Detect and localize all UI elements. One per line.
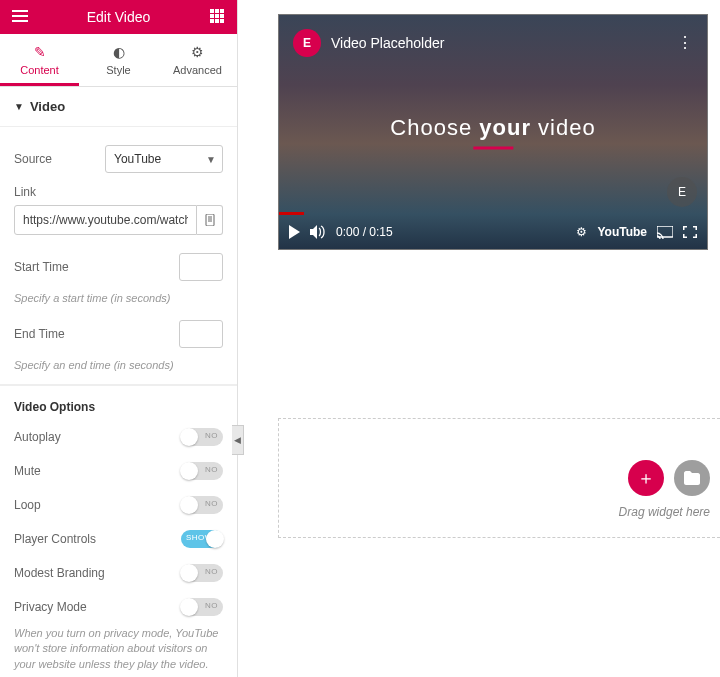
gear-icon: ⚙ <box>158 44 237 60</box>
player-controls-toggle[interactable]: SHOW <box>181 530 223 548</box>
end-time-label: End Time <box>14 327 65 341</box>
contrast-icon: ◐ <box>79 44 158 60</box>
panel-title: Edit Video <box>87 9 151 25</box>
privacy-mode-label: Privacy Mode <box>14 600 87 614</box>
loop-toggle[interactable]: NO <box>181 496 223 514</box>
cast-icon[interactable] <box>657 226 673 239</box>
tab-advanced[interactable]: ⚙ Advanced <box>158 34 237 86</box>
dropzone[interactable]: ＋ Drag widget here <box>278 418 720 538</box>
section-video-header[interactable]: ▼ Video <box>0 87 237 127</box>
svg-rect-13 <box>657 226 673 237</box>
elementor-badge-icon: E <box>293 29 321 57</box>
privacy-mode-help: When you turn on privacy mode, YouTube w… <box>14 626 223 672</box>
svg-rect-7 <box>215 19 219 23</box>
more-icon[interactable]: ⋮ <box>677 33 693 52</box>
settings-icon[interactable]: ⚙ <box>576 225 587 239</box>
start-time-input[interactable] <box>179 253 223 281</box>
video-caption: Choose your video <box>390 115 595 150</box>
svg-rect-4 <box>215 14 219 18</box>
tabs: ✎ Content ◐ Style ⚙ Advanced <box>0 34 237 87</box>
mute-toggle[interactable]: NO <box>181 462 223 480</box>
caret-down-icon: ▼ <box>14 101 24 112</box>
source-label: Source <box>14 152 52 166</box>
widgets-icon[interactable] <box>207 9 227 26</box>
svg-rect-1 <box>215 9 219 13</box>
add-template-button[interactable] <box>674 460 710 496</box>
player-controls-label: Player Controls <box>14 532 96 546</box>
modest-branding-label: Modest Branding <box>14 566 105 580</box>
collapse-panel-button[interactable]: ◀ <box>232 425 244 455</box>
drag-hint: Drag widget here <box>619 505 710 519</box>
pencil-icon: ✎ <box>0 44 79 60</box>
start-time-help: Specify a start time (in seconds) <box>14 291 223 306</box>
video-title: Video Placeholder <box>331 35 444 51</box>
svg-rect-6 <box>210 19 214 23</box>
panel-header: Edit Video <box>0 0 237 34</box>
link-input[interactable] <box>14 205 197 235</box>
add-section-button[interactable]: ＋ <box>628 460 664 496</box>
svg-rect-8 <box>220 19 224 23</box>
svg-rect-0 <box>210 9 214 13</box>
video-options-header: Video Options <box>14 400 223 414</box>
svg-rect-2 <box>220 9 224 13</box>
autoplay-label: Autoplay <box>14 430 61 444</box>
svg-rect-5 <box>220 14 224 18</box>
end-time-help: Specify an end time (in seconds) <box>14 358 223 373</box>
volume-icon[interactable] <box>310 225 326 239</box>
dynamic-tags-button[interactable] <box>197 205 223 235</box>
loop-label: Loop <box>14 498 41 512</box>
privacy-mode-toggle[interactable]: NO <box>181 598 223 616</box>
video-preview[interactable]: E Video Placeholder ⋮ Choose your video … <box>278 14 708 250</box>
svg-rect-3 <box>210 14 214 18</box>
link-label: Link <box>14 185 223 199</box>
preview-canvas: E Video Placeholder ⋮ Choose your video … <box>238 0 720 677</box>
svg-rect-9 <box>206 214 214 226</box>
start-time-label: Start Time <box>14 260 69 274</box>
menu-icon[interactable] <box>10 10 30 25</box>
fullscreen-icon[interactable] <box>683 226 697 238</box>
mute-label: Mute <box>14 464 41 478</box>
source-select[interactable]: YouTube ▼ <box>105 145 223 173</box>
time-display: 0:00 / 0:15 <box>336 225 393 239</box>
tab-content[interactable]: ✎ Content <box>0 34 79 86</box>
autoplay-toggle[interactable]: NO <box>181 428 223 446</box>
tab-style[interactable]: ◐ Style <box>79 34 158 86</box>
end-time-input[interactable] <box>179 320 223 348</box>
youtube-logo[interactable]: YouTube <box>597 225 647 239</box>
chevron-down-icon: ▼ <box>206 154 216 165</box>
modest-branding-toggle[interactable]: NO <box>181 564 223 582</box>
play-icon[interactable] <box>289 225 300 239</box>
edit-handle-icon[interactable]: E <box>667 177 697 207</box>
